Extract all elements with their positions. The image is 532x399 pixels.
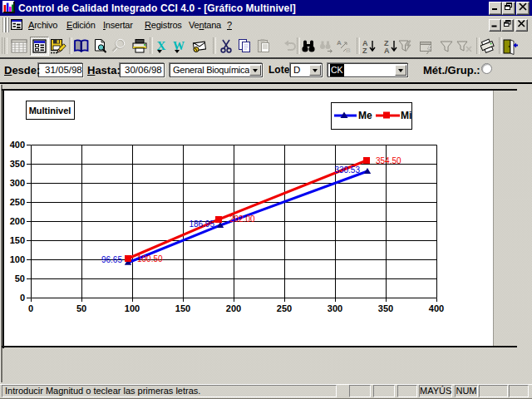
svg-text:150: 150 [175,303,190,313]
svg-text:B: B [346,47,351,54]
svg-text:200: 200 [226,303,241,313]
svg-text:330.53: 330.53 [334,165,360,175]
svg-text:A: A [337,39,342,47]
svg-text:250: 250 [277,303,292,313]
svg-text:50: 50 [76,303,86,313]
svg-text:202.00: 202.00 [229,214,255,224]
svg-text:Me: Me [358,110,372,121]
svg-text:200: 200 [10,216,25,226]
svg-text:0: 0 [28,303,33,313]
svg-text:96.65: 96.65 [101,255,122,264]
svg-text:300: 300 [328,303,342,313]
svg-text:100: 100 [125,303,140,313]
svg-text:A: A [384,47,390,54]
svg-text:250: 250 [10,197,25,207]
svg-text:186.95: 186.95 [189,219,214,229]
svg-text:300: 300 [10,178,25,188]
svg-text:350: 350 [378,303,393,313]
svg-text:Z: Z [362,47,367,54]
svg-text:100: 100 [10,254,25,264]
svg-text:Mi: Mi [401,110,411,121]
svg-text:400: 400 [10,140,25,150]
svg-text:0: 0 [20,293,25,303]
svg-text:Multinivel: Multinivel [29,106,71,116]
svg-text:350: 350 [10,159,25,169]
svg-text:50: 50 [15,273,25,283]
svg-text:100.50: 100.50 [137,254,163,264]
svg-text:150: 150 [10,235,25,245]
svg-text:400: 400 [429,303,444,313]
svg-text:354.50: 354.50 [376,156,401,165]
